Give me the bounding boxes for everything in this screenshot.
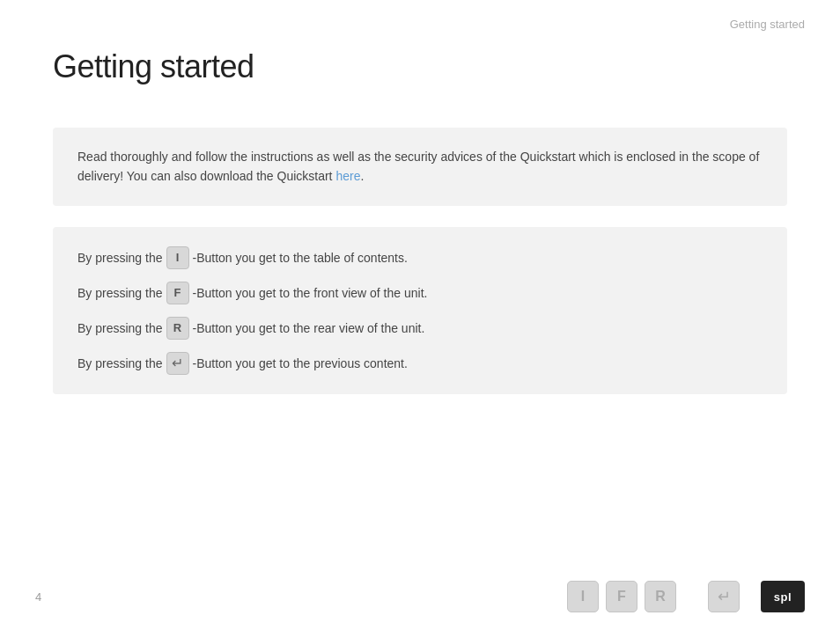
instruction-back-after: -Button you get to the previous content. bbox=[193, 355, 408, 373]
footer-key-back[interactable]: ↵ bbox=[708, 581, 740, 612]
instructions-box: By pressing the I -Button you get to the… bbox=[53, 227, 787, 394]
notice-box: Read thoroughly and follow the instructi… bbox=[53, 128, 787, 206]
key-back-button[interactable]: ↵ bbox=[166, 352, 189, 375]
section-label: Getting started bbox=[730, 18, 805, 31]
page-title: Getting started bbox=[53, 48, 254, 85]
footer: 4 I F R ↵ spl bbox=[0, 581, 840, 612]
footer-key-f[interactable]: F bbox=[606, 581, 637, 612]
footer-buttons: I F R ↵ spl bbox=[567, 581, 805, 612]
instruction-row-i: By pressing the I -Button you get to the… bbox=[77, 246, 763, 269]
notice-text-after: . bbox=[360, 169, 364, 183]
notice-link[interactable]: here bbox=[335, 169, 360, 183]
instruction-row-f: By pressing the F -Button you get to the… bbox=[77, 282, 763, 304]
instruction-i-before: By pressing the bbox=[77, 249, 163, 267]
instruction-f-before: By pressing the bbox=[77, 284, 163, 303]
key-r-button[interactable]: R bbox=[166, 317, 189, 340]
footer-key-i[interactable]: I bbox=[567, 581, 599, 612]
instruction-row-r: By pressing the R -Button you get to the… bbox=[77, 317, 763, 340]
key-f-button[interactable]: F bbox=[166, 282, 189, 304]
instruction-r-before: By pressing the bbox=[77, 319, 163, 338]
notice-text-before: Read thoroughly and follow the instructi… bbox=[77, 150, 759, 183]
instruction-r-after: -Button you get to the rear view of the … bbox=[193, 319, 425, 338]
instruction-f-after: -Button you get to the front view of the… bbox=[193, 284, 428, 303]
key-i-button[interactable]: I bbox=[166, 246, 189, 269]
instruction-i-after: -Button you get to the table of contents… bbox=[193, 249, 408, 267]
page-number: 4 bbox=[35, 590, 41, 604]
footer-key-r[interactable]: R bbox=[645, 581, 676, 612]
spl-logo: spl bbox=[761, 581, 805, 612]
instruction-back-before: By pressing the bbox=[77, 355, 163, 373]
instruction-row-back: By pressing the ↵ -Button you get to the… bbox=[77, 352, 763, 375]
